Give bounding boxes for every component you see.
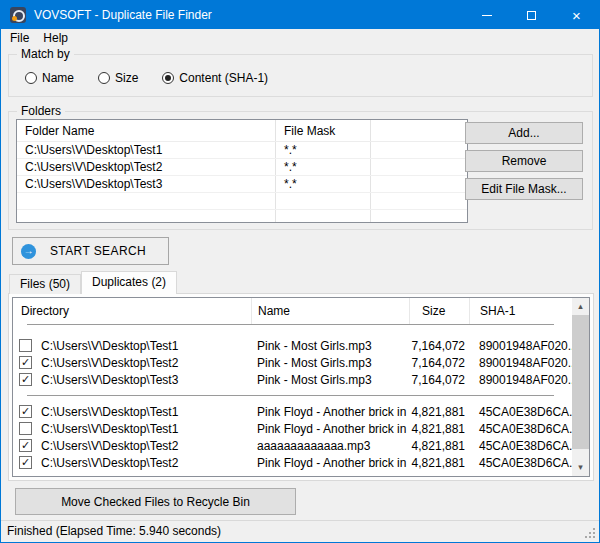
start-search-label: START SEARCH (36, 244, 168, 258)
start-search-arrow-icon: → (21, 244, 36, 259)
header-separator (27, 324, 554, 325)
menu-item-file[interactable]: File (3, 30, 36, 47)
sha1-cell: 45CA0E38D6CA... (469, 456, 572, 470)
duplicate-row[interactable]: ✓C:\Users\V\Desktop\Test2Pink Floyd - An… (13, 454, 572, 471)
duplicates-listview-content: Directory Name Size SHA-1 C:\Users\V\Des… (13, 298, 572, 476)
radio-indicator (98, 72, 110, 84)
sha1-cell: 89001948AF020... (469, 356, 572, 370)
folder-name-cell (17, 210, 275, 223)
empty-cell (370, 142, 467, 158)
duplicates-column-sha1[interactable]: SHA-1 (469, 298, 572, 324)
name-cell: Pink Floyd - Another brick in the wall -… (251, 405, 409, 419)
checkbox[interactable]: ✓ (19, 456, 32, 469)
duplicates-column-directory[interactable]: Directory (13, 298, 251, 324)
tab-duplicates-2[interactable]: Duplicates (2) (81, 271, 177, 294)
empty-cell (370, 176, 467, 192)
checkbox[interactable]: ✓ (19, 356, 32, 369)
size-cell: 7,164,072 (409, 339, 469, 353)
size-cell: 4,821,881 (409, 422, 469, 436)
edit-file-mask-button[interactable]: Edit File Mask... (465, 178, 583, 200)
name-cell: aaaaaaaaaaaaa.mp3 (251, 439, 409, 453)
duplicates-column-name[interactable]: Name (251, 298, 409, 324)
sha1-cell: 45CA0E38D6CA... (469, 439, 572, 453)
folder-row[interactable]: C:\Users\V\Desktop\Test2*.* (17, 159, 467, 176)
duplicates-groups: C:\Users\V\Desktop\Test1Pink - Most Girl… (13, 337, 572, 471)
file-mask-cell (275, 193, 370, 209)
duplicate-row[interactable]: ✓C:\Users\V\Desktop\Test1Pink Floyd - An… (13, 403, 572, 420)
checkbox[interactable] (19, 422, 32, 435)
checkbox[interactable]: ✓ (19, 439, 32, 452)
sha1-cell: 45CA0E38D6CA... (469, 422, 572, 436)
minimize-button[interactable] (464, 1, 509, 29)
duplicate-group: ✓C:\Users\V\Desktop\Test1Pink Floyd - An… (13, 403, 572, 471)
scroll-up-icon[interactable]: ▴ (572, 298, 589, 315)
folders-column-folder-name[interactable]: Folder Name (17, 120, 275, 141)
move-checked-files-button[interactable]: Move Checked Files to Recycle Bin (15, 488, 296, 515)
vertical-scrollbar[interactable]: ▴ ▾ (572, 298, 589, 476)
size-cell: 7,164,072 (409, 356, 469, 370)
remove-button[interactable]: Remove (465, 150, 583, 172)
tab-files-50[interactable]: Files (50) (9, 274, 81, 294)
folders-label: Folders (17, 104, 65, 118)
minimize-icon (482, 15, 492, 16)
name-cell: Pink - Most Girls.mp3 (251, 356, 409, 370)
radio-option-size[interactable]: Size (98, 71, 138, 85)
start-search-button[interactable]: → START SEARCH (12, 237, 169, 265)
radio-option-name[interactable]: Name (25, 71, 74, 85)
add-button[interactable]: Add... (465, 122, 583, 144)
maximize-button[interactable] (509, 1, 554, 29)
duplicate-row[interactable]: C:\Users\V\Desktop\Test1Pink Floyd - Ano… (13, 420, 572, 437)
close-button[interactable]: × (554, 1, 599, 29)
radio-option-content-sha-1[interactable]: Content (SHA-1) (162, 71, 268, 85)
folder-name-cell (17, 193, 275, 209)
file-mask-cell (275, 210, 370, 223)
size-cell: 7,164,072 (409, 373, 469, 387)
directory-cell: C:\Users\V\Desktop\Test1 (39, 339, 251, 353)
sha1-cell: 89001948AF020... (469, 373, 572, 387)
checkbox[interactable]: ✓ (19, 373, 32, 386)
folder-name-cell: C:\Users\V\Desktop\Test1 (17, 142, 275, 158)
app-window: VOVSOFT - Duplicate File Finder × FileHe… (0, 0, 600, 543)
radio-indicator (162, 72, 174, 84)
empty-cell (370, 210, 467, 223)
file-mask-cell: *.* (275, 159, 370, 175)
folder-row[interactable]: C:\Users\V\Desktop\Test3*.* (17, 176, 467, 193)
directory-cell: C:\Users\V\Desktop\Test1 (39, 422, 251, 436)
group-separator (27, 395, 554, 396)
folder-name-cell: C:\Users\V\Desktop\Test3 (17, 176, 275, 192)
duplicate-row[interactable]: ✓C:\Users\V\Desktop\Test2aaaaaaaaaaaaa.m… (13, 437, 572, 454)
duplicate-row[interactable]: C:\Users\V\Desktop\Test1Pink - Most Girl… (13, 337, 572, 354)
duplicates-column-size[interactable]: Size (409, 298, 469, 324)
name-cell: Pink - Most Girls.mp3 (251, 373, 409, 387)
menu-bar: FileHelp (1, 29, 599, 48)
scroll-down-icon[interactable]: ▾ (572, 459, 589, 476)
name-cell: Pink - Most Girls.mp3 (251, 339, 409, 353)
folder-row[interactable] (17, 193, 467, 210)
duplicates-listview: Directory Name Size SHA-1 C:\Users\V\Des… (12, 297, 590, 477)
size-cell: 4,821,881 (409, 456, 469, 470)
sha1-cell: 45CA0E38D6CA... (469, 405, 572, 419)
scrollbar-thumb[interactable] (572, 315, 589, 449)
duplicate-group: C:\Users\V\Desktop\Test1Pink - Most Girl… (13, 337, 572, 388)
duplicates-header: Directory Name Size SHA-1 (13, 298, 572, 324)
name-cell: Pink Floyd - Another brick in the wall.m… (251, 422, 409, 436)
file-mask-cell: *.* (275, 142, 370, 158)
folder-row[interactable]: C:\Users\V\Desktop\Test1*.* (17, 142, 467, 159)
folder-row[interactable] (17, 210, 467, 223)
folders-column-empty[interactable] (370, 120, 467, 141)
resize-grip-icon[interactable] (585, 528, 595, 538)
directory-cell: C:\Users\V\Desktop\Test2 (39, 356, 251, 370)
file-mask-cell: *.* (275, 176, 370, 192)
duplicate-row[interactable]: ✓C:\Users\V\Desktop\Test2Pink - Most Gir… (13, 354, 572, 371)
folders-group: Folders Folder Name File Mask C:\Users\V… (8, 111, 593, 230)
empty-cell (370, 193, 467, 209)
empty-cell (370, 159, 467, 175)
checkbox[interactable] (19, 339, 32, 352)
menu-item-help[interactable]: Help (36, 30, 75, 47)
folders-column-file-mask[interactable]: File Mask (275, 120, 370, 141)
window-controls: × (464, 1, 599, 29)
folder-name-cell: C:\Users\V\Desktop\Test2 (17, 159, 275, 175)
duplicate-row[interactable]: ✓C:\Users\V\Desktop\Test3Pink - Most Gir… (13, 371, 572, 388)
checkbox[interactable]: ✓ (19, 405, 32, 418)
close-icon: × (572, 8, 581, 23)
